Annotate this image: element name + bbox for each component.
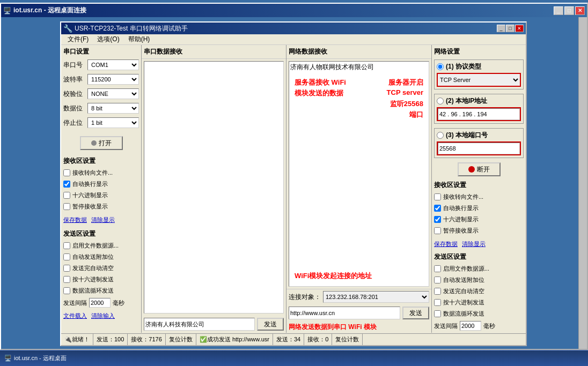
net-send-file-cb[interactable] [434, 265, 441, 272]
send-auto-cb[interactable] [63, 253, 70, 260]
recv-pause-cb[interactable] [63, 203, 70, 210]
ip-radio-label: (2) 本地IP地址 [437, 96, 521, 106]
net-interval-unit: 毫秒 [483, 322, 495, 330]
net-clear-link[interactable]: 清除显示 [462, 240, 486, 248]
menu-options[interactable]: 选项(O) [93, 34, 123, 44]
interval-input[interactable] [89, 298, 111, 308]
status-bar: 🔌 就绪！ 发送：100 接收：7176 复位计数 ✅ 成功发送 http://… [61, 333, 526, 345]
reset-counter-left[interactable]: 复位计数 [166, 334, 196, 345]
taskbar-title: iot.usr.cn - 远程桌面 [14, 354, 67, 362]
annotation-server-open: 服务器开启 [388, 78, 423, 87]
company-text: 济南有人物联网技术有限公司 [290, 63, 428, 72]
send-hex-cb[interactable] [63, 276, 70, 283]
menu-file[interactable]: 文件(F) [63, 34, 93, 44]
serial-recv-title: 串口数据接收 [142, 45, 286, 59]
recv-section-title: 接收区设置 [63, 156, 139, 166]
port-select[interactable]: COM1 [87, 59, 139, 70]
recv-cb-1: 接收转向文件... [63, 169, 139, 177]
outer-title-icon: 🖥️ [3, 7, 11, 14]
net-send-clear-cb[interactable] [434, 288, 441, 295]
serial-section-title: 串口设置 [63, 47, 139, 56]
net-recv-wrap-cb[interactable] [434, 205, 441, 212]
net-save-link[interactable]: 保存数据 [434, 240, 458, 248]
save-data-link[interactable]: 保存数据 [63, 216, 87, 224]
minimize-button[interactable]: _ [554, 6, 563, 15]
clear-input-link[interactable]: 清除输入 [91, 312, 115, 320]
net-recv-pause-cb[interactable] [434, 227, 441, 234]
send-cb-5: 数据流循环发送 [63, 287, 139, 295]
status-right-recv: 接收：0 [304, 334, 332, 345]
net-recv-hex-cb[interactable] [434, 216, 441, 223]
app-icon: 🔧 [63, 24, 72, 33]
send-clear-cb[interactable] [63, 265, 70, 272]
send-cb-3: 发送完自动清空 [63, 264, 139, 272]
reset-counter-right[interactable]: 复位计数 [332, 334, 363, 345]
net-send-cb-2: 自动发送附加位 [434, 276, 524, 284]
scrollbar-right[interactable] [578, 17, 587, 349]
file-links: 文件载入 清除输入 [63, 312, 139, 320]
network-send-row: 发送 [286, 304, 431, 322]
recv-file-cb[interactable] [63, 169, 70, 176]
net-recv-cb-4: 暂停接收显示 [434, 227, 524, 235]
file-load-link[interactable]: 文件载入 [63, 312, 87, 320]
connect-target-select[interactable]: 123.232.168.78:201 [323, 291, 429, 303]
serial-send-input[interactable] [144, 318, 255, 331]
ip-input[interactable] [438, 108, 520, 120]
recv-hex-cb[interactable] [63, 192, 70, 199]
ip-radio[interactable] [437, 98, 444, 104]
port-radio[interactable] [437, 132, 444, 139]
close-button[interactable]: ✕ [575, 6, 585, 15]
network-send-input[interactable] [289, 307, 400, 319]
status-success-text: 成功发送 http://www.usr [207, 335, 269, 343]
net-send-loop-cb[interactable] [434, 310, 441, 317]
recv-links: 保存数据 清除显示 [63, 216, 139, 224]
app-body: 串口设置 串口号 COM1 波特率 115200 校验位 [61, 45, 526, 333]
baud-select[interactable]: 115200 [87, 74, 139, 85]
network-send-button[interactable]: 发送 [402, 307, 429, 319]
net-interval-label: 发送间隔 [434, 322, 458, 330]
serial-send-button[interactable]: 发送 [257, 318, 284, 331]
app-close[interactable]: ✕ [515, 25, 524, 32]
net-send-auto-cb[interactable] [434, 277, 441, 283]
net-recv-cb-2: 自动换行显示 [434, 204, 524, 212]
send-loop-cb[interactable] [63, 287, 70, 294]
net-settings-title: 网络设置 [434, 47, 524, 56]
protocol-radio[interactable] [437, 63, 444, 70]
annotation-port: 监听25568 [390, 99, 423, 109]
stopbits-label: 停止位 [63, 118, 87, 128]
send-cb-4: 按十六进制发送 [63, 275, 139, 283]
stopbits-select[interactable]: 1 bit [87, 117, 139, 128]
ip-box: (2) 本地IP地址 [434, 94, 524, 124]
maximize-button[interactable]: □ [564, 6, 574, 15]
annotation-module-send: 模块发送的数据 [295, 88, 343, 98]
recv-cb-4: 暂停接收显示 [63, 203, 139, 211]
net-send-cb-5: 数据流循环发送 [434, 310, 524, 318]
disconnect-button[interactable]: 断开 [458, 162, 501, 176]
send-annotation: 网络发送数据到串口 WiFi 模块 [286, 322, 431, 333]
open-serial-button[interactable]: 打开 [80, 136, 123, 150]
menu-help[interactable]: 帮助(H) [124, 34, 155, 44]
taskbar-item[interactable]: 🖥️ iot.usr.cn - 远程桌面 [0, 354, 71, 362]
serial-recv-area[interactable] [144, 61, 284, 313]
network-recv-area[interactable]: 济南有人物联网技术有限公司 服务器接收 WiFi 模块发送的数据 服务器开启 T [289, 61, 429, 287]
annotation-wifi-recv: 服务器接收 WiFi [295, 78, 346, 87]
app-minimize[interactable]: _ [497, 25, 505, 32]
net-send-hex-cb[interactable] [434, 299, 441, 306]
net-interval-input[interactable] [460, 321, 481, 331]
protocol-select[interactable]: TCP Server [438, 74, 520, 86]
port-input[interactable] [438, 143, 520, 154]
net-recv-file-cb[interactable] [434, 193, 441, 200]
port-box: (3) 本地端口号 [434, 128, 524, 158]
databits-select[interactable]: 8 bit [87, 103, 139, 114]
taskbar-icon: 🖥️ [4, 355, 12, 362]
network-recv-title: 网络数据接收 [286, 45, 431, 59]
app-maximize[interactable]: □ [506, 25, 514, 32]
net-send-cb-3: 发送完自动清空 [434, 287, 524, 295]
clear-display-link[interactable]: 清除显示 [91, 216, 115, 224]
recv-wrap-cb[interactable] [63, 181, 70, 188]
status-right-send: 发送：34 [273, 334, 304, 345]
protocol-select-box: TCP Server [437, 73, 521, 87]
net-send-cb-1: 启用文件数据源... [434, 265, 524, 273]
send-file-cb[interactable] [63, 242, 70, 249]
parity-select[interactable]: NONE [87, 88, 139, 99]
